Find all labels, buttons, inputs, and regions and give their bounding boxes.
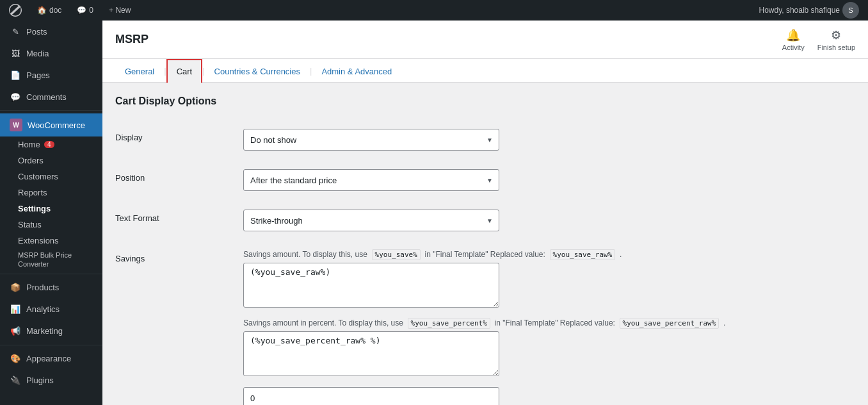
- sidebar-sub-extensions[interactable]: Extensions: [0, 233, 102, 249]
- activity-icon: 🔔: [786, 28, 800, 42]
- savings-desc-2: Savings amount in percent. To display th…: [243, 318, 855, 327]
- sidebar-sub-reports[interactable]: Reports: [0, 185, 102, 201]
- position-label: Position: [115, 169, 243, 183]
- sidebar-item-media[interactable]: 🖼 Media: [0, 42, 102, 64]
- tab-admin-advanced[interactable]: Admin & Advanced: [312, 60, 401, 83]
- sidebar-item-comments[interactable]: 💬 Comments: [0, 86, 102, 108]
- savings-code1: %you_save%: [372, 249, 421, 260]
- pages-icon: 📄: [10, 69, 21, 81]
- position-select-wrapper: After the standard price Before the stan…: [243, 169, 499, 191]
- form-row-savings: Savings Savings amount. To display this,…: [115, 241, 855, 405]
- products-icon: 📦: [10, 282, 21, 293]
- sidebar-item-pages[interactable]: 📄 Pages: [0, 64, 102, 86]
- finish-setup-icon: ⚙: [831, 28, 841, 42]
- form-row-text-format: Text Format Strike-through Plain text Cu…: [115, 201, 855, 241]
- content-topbar: MSRP 🔔 Activity ⚙ Finish setup: [102, 21, 868, 59]
- savings-field: Savings amount. To display this, use %yo…: [243, 250, 855, 405]
- sidebar-divider-2: [0, 274, 102, 274]
- display-select[interactable]: Do not show Show Show if different: [243, 129, 499, 151]
- sidebar-item-posts[interactable]: ✎ Posts: [0, 21, 102, 42]
- sidebar-divider-3: [0, 345, 102, 345]
- sidebar-sub-orders[interactable]: Orders: [0, 153, 102, 169]
- sidebar-sub-settings[interactable]: Settings: [0, 201, 102, 217]
- tabs-bar: General | Cart | Countries & Currencies …: [102, 59, 868, 83]
- sidebar-item-woocommerce[interactable]: W WooCommerce: [0, 113, 102, 136]
- finish-setup-button[interactable]: ⚙ Finish setup: [817, 28, 855, 51]
- sidebar-divider-1: [0, 110, 102, 111]
- savings-textarea-2[interactable]: (%you_save_percent_raw% %): [243, 331, 499, 376]
- savings-block-2: Savings amount in percent. To display th…: [243, 318, 855, 378]
- savings-rounding-input[interactable]: [243, 387, 499, 405]
- content-area: MSRP 🔔 Activity ⚙ Finish setup General |…: [102, 21, 868, 405]
- sidebar-sub-home[interactable]: Home 4: [0, 136, 102, 153]
- woocommerce-icon: W: [10, 119, 22, 131]
- sidebar-item-plugins[interactable]: 🔌 Plugins: [0, 370, 102, 392]
- savings-code2: %you_save_raw%: [550, 249, 616, 260]
- plugins-icon: 🔌: [10, 375, 21, 386]
- savings-label: Savings: [115, 250, 243, 263]
- analytics-icon: 📊: [10, 304, 21, 315]
- tab-general[interactable]: General: [115, 60, 164, 83]
- display-field: Do not show Show Show if different ▼: [243, 129, 855, 151]
- tab-cart[interactable]: Cart: [166, 59, 203, 83]
- admin-bar-right: Howdy, shoaib shafique S: [755, 2, 863, 19]
- sidebar-sub-customers[interactable]: Customers: [0, 169, 102, 185]
- sidebar-item-analytics[interactable]: 📊 Analytics: [0, 299, 102, 320]
- sidebar-item-products[interactable]: 📦 Products: [0, 277, 102, 299]
- position-select[interactable]: After the standard price Before the stan…: [243, 169, 499, 191]
- display-select-wrapper: Do not show Show Show if different ▼: [243, 129, 499, 151]
- text-format-label: Text Format: [115, 210, 243, 223]
- savings-percent-code1: %you_save_percent%: [408, 318, 490, 329]
- savings-block-1: Savings amount. To display this, use %yo…: [243, 250, 855, 310]
- sidebar-sub-status[interactable]: Status: [0, 217, 102, 233]
- media-icon: 🖼: [10, 47, 21, 59]
- sidebar-item-appearance[interactable]: 🎨 Appearance: [0, 348, 102, 370]
- form-row-position: Position After the standard price Before…: [115, 160, 855, 201]
- admin-bar-wp-logo[interactable]: [5, 0, 26, 21]
- form-row-display: Display Do not show Show Show if differe…: [115, 120, 855, 160]
- activity-button[interactable]: 🔔 Activity: [782, 28, 805, 51]
- admin-bar-site-name[interactable]: 🏠 doc: [33, 0, 65, 21]
- main-content: Cart Display Options Display Do not show…: [102, 83, 868, 405]
- topbar-actions: 🔔 Activity ⚙ Finish setup: [782, 28, 855, 51]
- appearance-icon: 🎨: [10, 353, 21, 365]
- page-title: MSRP: [115, 33, 149, 46]
- admin-bar-user-greeting[interactable]: Howdy, shoaib shafique S: [755, 2, 863, 19]
- sidebar-sub-msrp-bulk[interactable]: MSRP Bulk Price Converter: [0, 249, 102, 271]
- sidebar-item-marketing[interactable]: 📢 Marketing: [0, 320, 102, 342]
- savings-percent-code2: %you_save_percent_raw%: [620, 318, 719, 329]
- savings-textarea-1[interactable]: (%you_save_raw%): [243, 263, 499, 308]
- tab-countries-currencies[interactable]: Countries & Currencies: [205, 60, 310, 83]
- text-format-select-wrapper: Strike-through Plain text Custom ▼: [243, 210, 499, 231]
- admin-bar-comments[interactable]: 💬 0: [73, 0, 97, 21]
- display-label: Display: [115, 129, 243, 142]
- savings-block-3: Savings amount in percent - rounding pre…: [243, 387, 855, 405]
- text-format-field: Strike-through Plain text Custom ▼: [243, 210, 855, 231]
- sidebar: ✎ Posts 🖼 Media 📄 Pages 💬 Comments W Woo…: [0, 21, 102, 405]
- posts-icon: ✎: [10, 26, 21, 37]
- marketing-icon: 📢: [10, 326, 21, 337]
- savings-desc-1: Savings amount. To display this, use %yo…: [243, 250, 855, 259]
- admin-bar: 🏠 doc 💬 0 + New Howdy, shoaib shafique S: [0, 0, 868, 21]
- position-field: After the standard price Before the stan…: [243, 169, 855, 191]
- admin-bar-new[interactable]: + New: [105, 0, 134, 21]
- comments-icon: 💬: [10, 91, 21, 103]
- text-format-select[interactable]: Strike-through Plain text Custom: [243, 210, 499, 231]
- section-title: Cart Display Options: [115, 95, 855, 107]
